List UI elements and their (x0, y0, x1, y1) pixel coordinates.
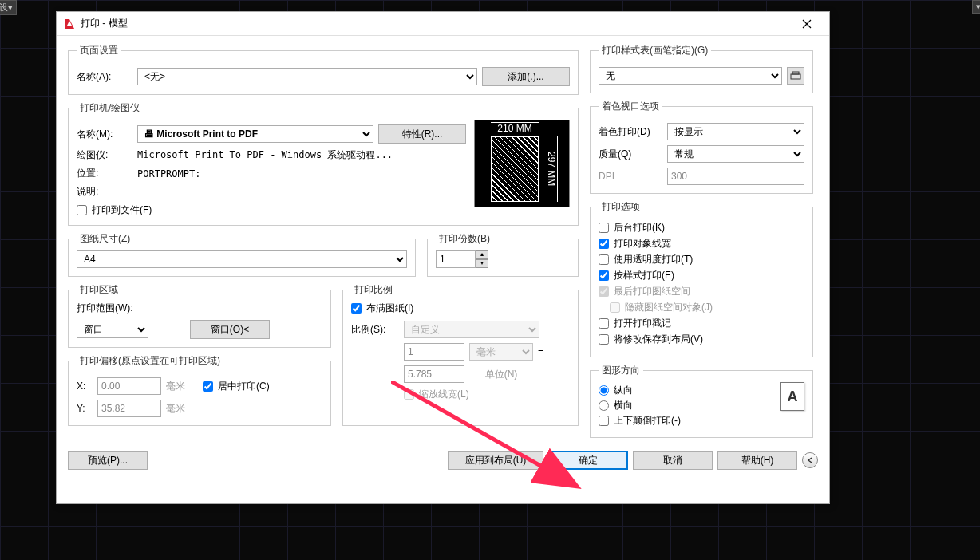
plot-style-group: 打印样式表(画笔指定)(G) 无 (590, 44, 813, 93)
dialog-footer: 预览(P)... 应用到布局(U) 确定 取消 帮助(H) (57, 444, 829, 476)
printer-group: 打印机/绘图仪 名称(M): 🖶 Microsoft Print to PDF … (68, 101, 579, 226)
scale-unit-select: 毫米 (469, 343, 533, 361)
plot-transparency-checkbox[interactable]: 使用透明度打印(T) (599, 253, 804, 266)
plot-range-select[interactable]: 窗口 (77, 321, 148, 338)
x-offset-input (97, 377, 161, 395)
paper-size-select[interactable]: A4 (77, 250, 407, 268)
y-offset-input (97, 400, 161, 417)
copies-legend: 打印份数(B) (436, 232, 493, 246)
paper-size-legend: 图纸尺寸(Z) (77, 232, 133, 246)
apply-to-layout-button[interactable]: 应用到布局(U) (448, 451, 543, 470)
paperspace-last-checkbox: 最后打印图纸空间 (599, 285, 804, 298)
center-plot-checkbox[interactable]: 居中打印(C) (203, 380, 270, 393)
page-setup-name-label: 名称(A): (77, 70, 132, 84)
save-changes-checkbox[interactable]: 将修改保存到布局(V) (599, 333, 804, 346)
shade-plot-select[interactable]: 按显示 (667, 123, 804, 140)
plot-area-group: 打印区域 打印范围(W): 窗口 窗口(O)< (68, 283, 331, 348)
svg-rect-0 (791, 74, 800, 79)
cancel-button[interactable]: 取消 (633, 451, 713, 470)
window-button[interactable]: 窗口(O)< (190, 320, 270, 339)
equals-label: = (538, 346, 543, 357)
copies-spinner[interactable]: ▴▾ (436, 250, 488, 268)
dialog-title: 打印 - 模型 (81, 17, 791, 30)
copies-input[interactable] (436, 250, 476, 268)
orientation-group: 图形方向 纵向 横向 上下颠倒打印(-) A (590, 364, 813, 438)
quality-label: 质量(Q) (599, 148, 662, 161)
plot-style-edit-button[interactable] (787, 67, 804, 85)
copies-up[interactable]: ▴ (476, 250, 488, 259)
plot-stamp-checkbox[interactable]: 打开打印戳记 (599, 317, 804, 330)
paper-height-dim: 297 MM (546, 136, 558, 202)
plot-with-styles-checkbox[interactable]: 按样式打印(E) (599, 269, 804, 282)
expand-button[interactable] (802, 452, 818, 468)
dpi-input (667, 168, 804, 185)
copies-group: 打印份数(B) ▴▾ (427, 232, 579, 277)
ok-button[interactable]: 确定 (548, 451, 628, 470)
add-page-setup-button[interactable]: 添加(.)... (482, 67, 570, 86)
plot-style-select[interactable]: 无 (599, 67, 782, 85)
close-button[interactable] (791, 13, 823, 35)
scale-select: 自定义 (404, 321, 539, 338)
plot-range-label: 打印范围(W): (77, 302, 322, 315)
plot-scale-group: 打印比例 布满图纸(I) 比例(S): 自定义 毫米 = (342, 283, 579, 426)
plot-to-file-checkbox[interactable]: 打印到文件(F) (77, 203, 152, 217)
paper-preview: 210 MM 297 MM (474, 120, 570, 207)
page-setup-legend: 页面设置 (77, 44, 121, 57)
plot-style-legend: 打印样式表(画笔指定)(G) (599, 44, 711, 57)
plot-options-legend: 打印选项 (599, 200, 643, 214)
drawing-unit-label: 单位(N) (469, 368, 533, 381)
copies-down[interactable]: ▾ (476, 259, 488, 268)
y-unit: 毫米 (166, 402, 185, 416)
titlebar: 打印 - 模型 (57, 12, 829, 36)
portrait-radio[interactable]: 纵向 (599, 384, 773, 397)
shaded-viewport-group: 着色视口选项 着色打印(D) 按显示 质量(Q) 常规 DPI (590, 100, 813, 194)
page-setup-name-select[interactable]: <无> (137, 68, 477, 85)
plot-options-group: 打印选项 后台打印(K) 打印对象线宽 使用透明度打印(T) 按样式打印(E) … (590, 200, 813, 357)
hide-paperspace-checkbox: 隐藏图纸空间对象(J) (599, 301, 804, 314)
svg-rect-1 (792, 72, 799, 74)
y-label: Y: (77, 403, 93, 414)
app-icon (63, 18, 76, 30)
plotter-label: 绘图仪: (77, 148, 132, 162)
location-label: 位置: (77, 167, 132, 180)
upside-down-checkbox[interactable]: 上下颠倒打印(-) (599, 414, 773, 428)
shade-plot-label: 着色打印(D) (599, 125, 662, 139)
printer-name-select[interactable]: 🖶 Microsoft Print to PDF (137, 125, 373, 143)
paper-size-group: 图纸尺寸(Z) A4 (68, 232, 416, 277)
plot-lineweights-checkbox[interactable]: 打印对象线宽 (599, 237, 804, 250)
help-button[interactable]: 帮助(H) (717, 451, 797, 470)
landscape-radio[interactable]: 横向 (599, 399, 773, 412)
page-setup-group: 页面设置 名称(A): <无> 添加(.)... (68, 44, 579, 95)
drawing-unit-input (404, 365, 464, 383)
description-label: 说明: (77, 185, 132, 199)
location-value: PORTPROMPT: (137, 168, 200, 179)
printer-properties-button[interactable]: 特性(R)... (378, 124, 466, 144)
scale-unit-input (404, 343, 464, 361)
orientation-icon: A (780, 382, 804, 411)
scale-label: 比例(S): (351, 323, 399, 337)
printer-name-label: 名称(M): (77, 128, 132, 141)
plot-area-legend: 打印区域 (77, 283, 121, 297)
shaded-viewport-legend: 着色视口选项 (599, 100, 662, 113)
fit-to-paper-checkbox[interactable]: 布满图纸(I) (351, 302, 413, 315)
x-label: X: (77, 381, 93, 392)
x-unit: 毫米 (166, 380, 185, 393)
quality-select[interactable]: 常规 (667, 145, 804, 163)
plot-offset-legend: 打印偏移(原点设置在可打印区域) (77, 354, 223, 368)
background-plot-checkbox[interactable]: 后台打印(K) (599, 221, 804, 235)
plotter-value: Microsoft Print To PDF - Windows 系统驱动程..… (137, 148, 393, 162)
dpi-label: DPI (599, 171, 662, 182)
paper-width-dim: 210 MM (491, 122, 539, 134)
print-dialog: 打印 - 模型 页面设置 名称(A): <无> 添加(.)... 打印机/绘图仪 (56, 11, 830, 504)
printer-legend: 打印机/绘图仪 (77, 101, 143, 115)
scale-lineweights-checkbox: 缩放线宽(L) (404, 388, 469, 401)
preview-button[interactable]: 预览(P)... (68, 451, 148, 470)
plot-scale-legend: 打印比例 (351, 283, 396, 297)
plot-offset-group: 打印偏移(原点设置在可打印区域) X: 毫米 居中打印(C) Y: (68, 354, 331, 426)
orientation-legend: 图形方向 (599, 364, 643, 377)
